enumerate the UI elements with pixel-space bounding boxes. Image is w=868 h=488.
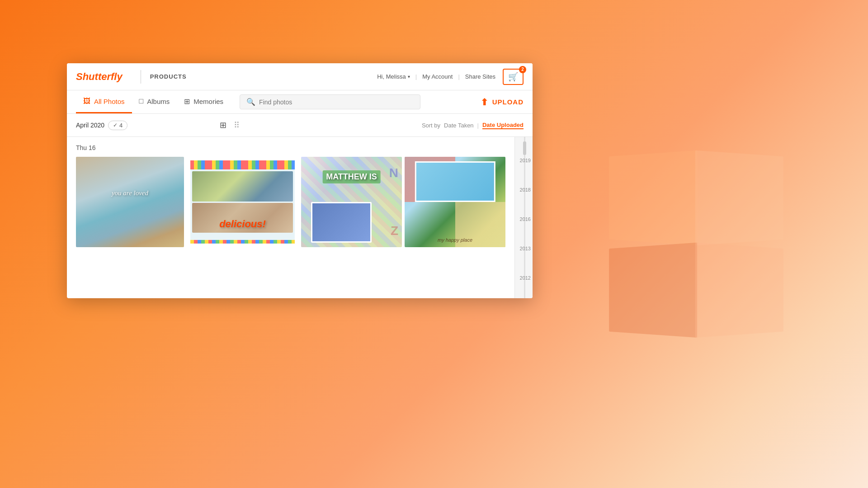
photo-3-letter-n: N [389,166,398,180]
timeline-bar: 2019 2018 2016 2013 2012 [514,137,533,298]
win-pane-top-left [609,150,697,245]
nav-all-photos[interactable]: 🖼 All Photos [76,90,132,113]
count-badge[interactable]: ✓ 4 [108,121,127,130]
photo-row: you are loved delicious! [76,157,505,247]
photo-count: 4 [119,122,123,129]
scrapbook-dots-bottom [190,240,295,244]
header-sep-2: | [458,73,459,80]
scrapbook-dots-top [190,160,295,169]
windows-logo-decoration [606,154,787,334]
win-pane-bottom-right [695,243,783,338]
all-photos-label: All Photos [94,98,125,105]
cart-badge: 2 [519,66,526,73]
year-2012[interactable]: 2012 [520,275,531,281]
main-content: Thu 16 you are loved delicious! [67,137,514,298]
photo-item-3[interactable]: MATTHEW IS N Z [301,157,402,247]
month-label: April 2020 [76,122,104,129]
content-area: Thu 16 you are loved delicious! [67,137,533,298]
dropdown-arrow-icon[interactable]: ▾ [408,74,410,79]
search-icon: 🔍 [246,98,255,106]
year-2019[interactable]: 2019 [520,158,531,163]
date-label: Thu 16 [76,144,505,151]
header-sep-1: | [415,73,417,80]
grid-small-button[interactable]: ⠿ [232,118,241,132]
month-badge: April 2020 ✓ 4 [76,121,127,130]
photo-item-1[interactable]: you are loved [76,157,184,247]
nav-memories[interactable]: ⊞ Memories [177,90,231,113]
sort-date-uploaded[interactable]: Date Uploaded [482,122,524,129]
photo-2-inner-top [192,171,293,202]
header-right: Hi, Melissa ▾ | My Account | Share Sites… [377,69,524,85]
share-sites-link[interactable]: Share Sites [465,73,495,80]
grid-controls: ⊞ ⠿ [218,118,241,132]
win-pane-bottom-left [609,243,697,338]
header-divider [141,70,141,84]
photo-3-inner-photo [311,202,372,243]
logo: Shutterfly [76,71,123,83]
year-2013[interactable]: 2013 [520,246,531,251]
browser-window: Shutterfly PRODUCTS Hi, Melissa ▾ | My A… [67,63,533,298]
photo-4-caption: my happy place [438,237,472,243]
search-input[interactable] [259,99,414,106]
cart-button[interactable]: 🛒 2 [503,69,524,85]
upload-icon: ⬆ [481,97,489,108]
upload-button[interactable]: ⬆ UPLOAD [481,97,524,108]
greeting-text: Hi, Melissa [377,73,406,80]
photo-3-letter-z: Z [391,224,398,238]
sort-date-taken[interactable]: Date Taken [444,122,474,129]
timeline-labels: 2019 2018 2016 2013 2012 [520,137,531,298]
sort-controls: Sort by Date Taken | Date Uploaded [422,122,524,129]
check-icon: ✓ [113,122,118,128]
memories-icon: ⊞ [184,97,190,106]
win-pane-top-right [695,150,783,245]
search-box[interactable]: 🔍 [240,94,420,109]
year-2018[interactable]: 2018 [520,187,531,192]
year-2016[interactable]: 2016 [520,216,531,222]
toolbar: April 2020 ✓ 4 ⊞ ⠿ Sort by Date Taken | … [67,114,533,137]
sort-separator: | [477,122,479,129]
nav-albums[interactable]: □ Albums [132,90,177,113]
header: Shutterfly PRODUCTS Hi, Melissa ▾ | My A… [67,63,533,90]
albums-label: Albums [147,98,170,105]
photo-1-caption: you are loved [112,189,148,197]
photo-3-matthew-text: MATTHEW IS [322,170,381,183]
products-link[interactable]: PRODUCTS [150,73,187,80]
cart-icon: 🛒 [508,72,518,82]
memories-label: Memories [193,98,223,105]
nav-bar: 🖼 All Photos □ Albums ⊞ Memories 🔍 ⬆ UPL… [67,90,533,114]
photo-4-sky-photo [415,161,495,202]
photo-2-text: delicious! [219,218,266,230]
my-account-link[interactable]: My Account [422,73,453,80]
sort-label: Sort by [422,122,440,129]
photo-item-2[interactable]: delicious! [187,157,298,247]
all-photos-icon: 🖼 [83,97,90,105]
photo-item-4[interactable]: my happy place [405,157,505,247]
albums-icon: □ [139,97,144,105]
upload-label: UPLOAD [492,98,524,106]
grid-large-button[interactable]: ⊞ [218,118,228,132]
